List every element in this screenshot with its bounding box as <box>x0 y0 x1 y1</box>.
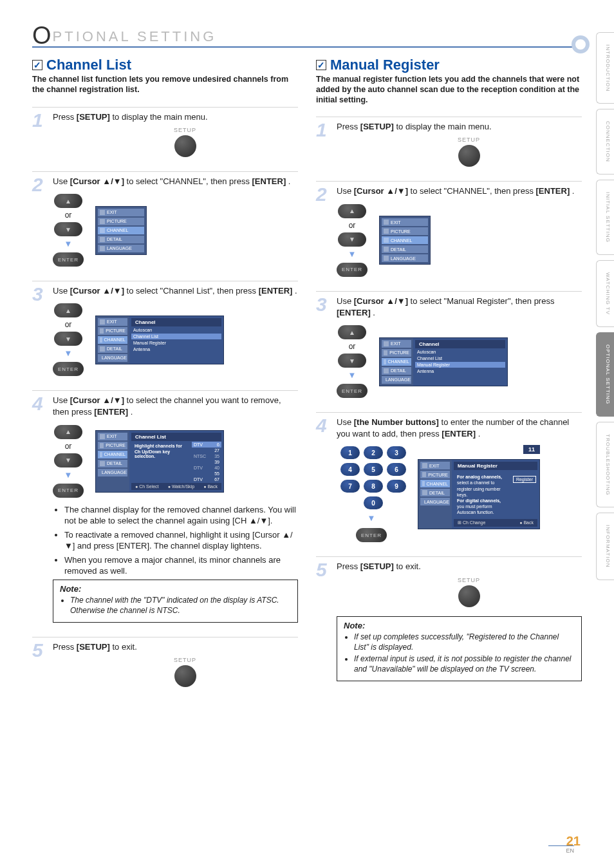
text: to select "Manual Register", then press <box>411 296 555 306</box>
cursor-key: [Cursor ▲/▼] <box>70 176 124 186</box>
cursor-key: [Cursor ▲/▼] <box>354 186 408 196</box>
osd-title: Channel <box>131 318 221 326</box>
menu-item: EXIT <box>98 433 127 440</box>
menu-item: PICTURE <box>98 442 127 449</box>
setup-key: [SETUP] <box>360 561 394 571</box>
text: to select "CHANNEL", then press <box>127 176 252 186</box>
enter-key: [ENTER] <box>259 286 293 296</box>
step-number: 1 <box>316 121 330 167</box>
num-button: 8 <box>364 480 383 493</box>
num-button: 1 <box>340 446 360 459</box>
num-button: 0 <box>364 496 383 509</box>
enter-button-graphic: ENTER <box>53 362 84 376</box>
tv-osd-manual-register: EXIT PICTURE CHANNEL DETAIL LANGUAGE Man… <box>418 459 540 529</box>
text: Use <box>337 417 354 427</box>
section-tabs: INTRODUCTION CONNECTION INITIAL SETTING … <box>596 32 614 580</box>
osd-title: Channel <box>415 340 505 348</box>
menu-item: PICTURE <box>382 349 411 357</box>
step-number: 2 <box>316 185 330 276</box>
num-button: 9 <box>387 480 406 493</box>
osd-item-selected: Channel List <box>131 334 221 339</box>
osd-title: Channel List <box>131 433 221 441</box>
menu-item-selected: CHANNEL <box>382 236 428 244</box>
arrow-down-icon: ▼ <box>64 470 73 480</box>
osd-footer: ⊞ Ch Change ● Back <box>454 519 537 527</box>
manual-register-section: ✓ Manual Register The manual register fu… <box>316 57 582 701</box>
menu-item: CHANNEL <box>420 480 450 487</box>
manual-register-step-2: 2 Use [Cursor ▲/▼] to select "CHANNEL", … <box>316 181 582 276</box>
menu-item: LANGUAGE <box>420 498 450 505</box>
menu-item: LANGUAGE <box>382 254 428 262</box>
menu-item: CHANNEL <box>98 451 127 458</box>
cursor-up-icon: ▲ <box>54 194 82 208</box>
tab-troubleshooting[interactable]: TROUBLESHOOTING <box>596 422 614 507</box>
num-button: 5 <box>364 463 383 476</box>
text: to select "CHANNEL", then press <box>411 186 536 196</box>
tab-initial-setting[interactable]: INITIAL SETTING <box>596 180 614 255</box>
or-label: or <box>349 342 356 351</box>
arrow-down-icon: ▼ <box>64 239 73 249</box>
osd-row: 55 <box>192 471 221 476</box>
text: to display the main menu. <box>112 112 207 122</box>
tab-optional-setting[interactable]: OPTIONAL SETTING <box>596 332 614 417</box>
menu-item: EXIT <box>382 340 411 348</box>
register-button: Register <box>513 476 536 483</box>
tv-osd-channel-list: EXIT PICTURE CHANNEL DETAIL LANGUAGE Cha… <box>95 430 224 493</box>
osd-row: DTV40 <box>192 465 221 471</box>
menu-item: LANGUAGE <box>98 469 127 476</box>
text: Press <box>53 642 77 652</box>
arrow-down-icon: ▼ <box>367 513 376 523</box>
bullet-item: The channel display for the removed chan… <box>64 504 298 527</box>
cursor-buttons-graphic: ▲ or ▼ ▼ ENTER <box>53 425 84 498</box>
note-box: Note: If set up completes successfully, … <box>337 616 582 682</box>
text: . <box>478 429 481 439</box>
tab-introduction[interactable]: INTRODUCTION <box>596 32 614 104</box>
text: Press <box>53 112 77 122</box>
channel-list-step-2: 2 Use [Cursor ▲/▼] to select "CHANNEL", … <box>32 171 298 267</box>
osd-title: Manual Register <box>454 462 537 470</box>
text: . <box>295 286 297 296</box>
cursor-down-icon: ▼ <box>338 232 366 247</box>
page-header: O PTIONAL SETTING <box>32 26 582 48</box>
tab-information[interactable]: INFORMATION <box>596 513 614 580</box>
menu-item-selected: CHANNEL <box>98 227 144 234</box>
tab-connection[interactable]: CONNECTION <box>596 109 614 175</box>
tv-menu-graphic: EXIT PICTURE CHANNEL DETAIL LANGUAGE <box>379 216 431 265</box>
setup-button-graphic: SETUP <box>72 657 298 687</box>
bullet-item: To reactivate a removed channel, highlig… <box>64 529 298 552</box>
text: Use <box>337 186 354 196</box>
num-button: 4 <box>340 463 360 476</box>
note-item: If set up completes successfully, "Regis… <box>354 632 575 652</box>
note-item: If external input is used, it is not pos… <box>354 654 575 674</box>
text: . <box>572 186 575 196</box>
checkbox-icon: ✓ <box>316 60 326 70</box>
menu-item: DETAIL <box>420 489 450 496</box>
manual-register-step-3: 3 Use [Cursor ▲/▼] to select "Manual Reg… <box>316 291 582 398</box>
menu-item: PICTURE <box>98 327 127 335</box>
manual-register-title: Manual Register <box>330 57 440 73</box>
channel-list-step-3: 3 Use [Cursor ▲/▼] to select "Channel Li… <box>32 281 298 376</box>
enter-button-graphic: ENTER <box>53 484 84 498</box>
checkbox-icon: ✓ <box>32 60 42 70</box>
num-button: 2 <box>364 446 383 459</box>
arrow-down-icon: ▼ <box>64 348 73 358</box>
cursor-down-icon: ▼ <box>54 222 82 236</box>
menu-item: EXIT <box>420 462 450 469</box>
page-header-initial: O <box>32 26 51 45</box>
manual-register-step-1: 1 Press [SETUP] to display the main menu… <box>316 117 582 167</box>
setup-key: [SETUP] <box>77 112 110 122</box>
step-number: 1 <box>32 111 46 157</box>
step-number: 4 <box>32 395 46 623</box>
osd-row: DTV6 <box>192 442 221 448</box>
enter-key: [ENTER] <box>252 176 286 186</box>
tv-menu-graphic: EXIT PICTURE CHANNEL DETAIL LANGUAGE <box>95 206 147 255</box>
step-number: 5 <box>32 641 46 687</box>
num-button: 7 <box>340 480 360 493</box>
osd-item: Manual Register <box>131 340 221 346</box>
tv-osd-graphic: EXIT PICTURE CHANNEL DETAIL LANGUAGE Cha… <box>379 337 508 386</box>
arrow-down-icon: ▼ <box>348 370 357 380</box>
enter-key: [ENTER] <box>442 429 476 439</box>
manual-register-step-5: 5 Press [SETUP] to exit. SETUP Note: If … <box>316 556 582 681</box>
osd-item: Autoscan <box>415 349 505 355</box>
tab-watching-tv[interactable]: WATCHING TV <box>596 260 614 327</box>
